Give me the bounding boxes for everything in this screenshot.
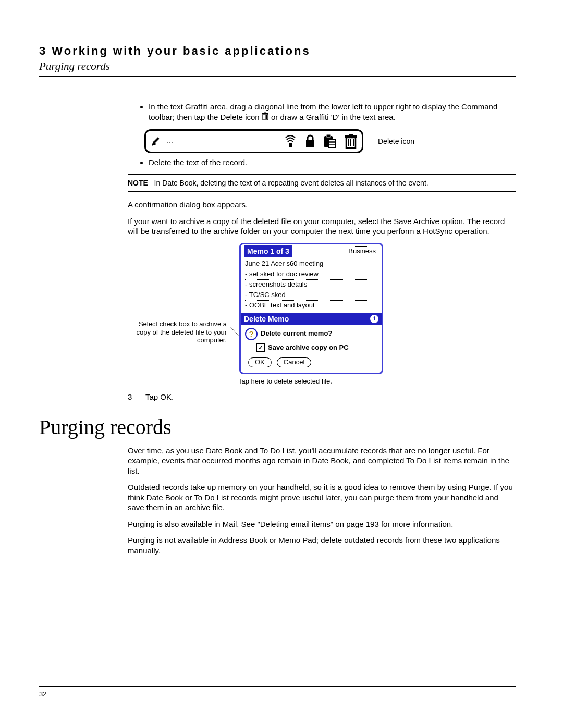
question-icon: ? xyxy=(245,328,258,340)
memo-line: - set sked for doc review xyxy=(245,269,377,280)
svg-rect-20 xyxy=(349,134,353,135)
svg-rect-6 xyxy=(153,137,159,143)
memo-screenshot: Memo 1 of 3 Business June 21 Acer s60 me… xyxy=(239,243,383,374)
page-header: 3 Working with your basic applications P… xyxy=(39,44,516,77)
svg-rect-5 xyxy=(264,113,266,114)
bullet-text-post: or draw a Graffiti 'D' in the text area. xyxy=(271,113,396,121)
page-footer: 32 xyxy=(39,686,516,698)
cancel-button[interactable]: Cancel xyxy=(277,357,311,367)
svg-rect-11 xyxy=(328,139,336,147)
paragraph: Outdated records take up memory on your … xyxy=(128,482,516,513)
info-icon: i xyxy=(370,315,378,323)
svg-rect-19 xyxy=(345,135,357,138)
toolbar-callout: Delete icon xyxy=(363,137,414,146)
section-body: Over time, as you use Date Book and To D… xyxy=(128,446,516,556)
toolbar-dots: … xyxy=(166,135,175,146)
trash-icon xyxy=(262,112,269,123)
step-text: Tap OK. xyxy=(145,392,174,402)
memo-line: June 21 Acer s60 meeting xyxy=(245,259,377,269)
page: 3 Working with your basic applications P… xyxy=(0,0,563,728)
svg-rect-8 xyxy=(306,140,314,147)
dialog-titlebar: Delete Memo i xyxy=(241,313,382,325)
delete-icon xyxy=(344,133,358,149)
archive-checkbox-label: Save archive copy on PC xyxy=(268,343,349,352)
leader-line-icon xyxy=(230,243,239,357)
command-toolbar-figure: … xyxy=(144,129,516,153)
memo-title: Memo 1 of 3 xyxy=(244,245,292,257)
bullet-item: Delete the text of the record. xyxy=(149,157,516,168)
paragraph: Purging is also available in Mail. See "… xyxy=(128,519,516,529)
note-label: NOTE xyxy=(128,179,148,187)
bullet-item: In the text Graffiti area, drag a diagon… xyxy=(149,102,516,123)
bullet-list-2: Delete the text of the record. xyxy=(128,157,516,168)
dialog-question: Delete current memo? xyxy=(261,329,332,338)
step-number: 3 xyxy=(128,392,136,402)
memo-figure: Select check box to archive a copy of th… xyxy=(128,243,516,374)
note-block: NOTE In Date Book, deleting the text of … xyxy=(128,174,516,192)
bullet-list: In the text Graffiti area, drag a diagon… xyxy=(128,102,516,123)
page-number: 32 xyxy=(39,690,516,698)
svg-rect-4 xyxy=(262,113,268,114)
archive-checkbox[interactable]: ✓ xyxy=(256,343,265,352)
svg-rect-7 xyxy=(289,143,292,147)
dialog-body: ? Delete current memo? ✓ Save archive co… xyxy=(241,325,382,373)
ok-button[interactable]: OK xyxy=(248,357,272,367)
memo-line: - OOBE text and layout xyxy=(245,301,377,311)
chapter-subtitle: Purging records xyxy=(39,60,516,73)
pen-icon xyxy=(150,135,163,147)
beam-icon xyxy=(284,133,297,149)
lock-icon xyxy=(304,134,316,149)
dialog-title: Delete Memo xyxy=(244,314,289,324)
note-text: In Date Book, deleting the text of a rep… xyxy=(154,179,429,187)
paragraph: If your want to archive a copy of the de… xyxy=(128,216,516,237)
paragraph: A confirmation dialog box appears. xyxy=(128,200,516,210)
step-row: 3 Tap OK. xyxy=(128,392,516,402)
memo-category: Business xyxy=(346,246,378,256)
section-heading: Purging records xyxy=(39,415,516,439)
memo-body: June 21 Acer s60 meeting - set sked for … xyxy=(241,258,382,313)
memo-line: - TC/SC sked xyxy=(245,290,377,301)
chapter-title: 3 Working with your basic applications xyxy=(39,44,516,58)
paste-icon xyxy=(323,134,337,149)
memo-line: - screenshots details xyxy=(245,280,377,290)
command-toolbar: … xyxy=(144,129,363,153)
paragraph: Purging is not available in Address Book… xyxy=(128,535,516,556)
svg-rect-10 xyxy=(326,134,331,137)
figure-annotation-below: Tap here to delete selected file. xyxy=(238,377,516,386)
paragraph: Over time, as you use Date Book and To D… xyxy=(128,446,516,476)
svg-line-21 xyxy=(230,326,239,337)
body-content: In the text Graffiti area, drag a diagon… xyxy=(128,102,516,402)
toolbar-callout-label: Delete icon xyxy=(378,137,414,146)
memo-titlebar: Memo 1 of 3 Business xyxy=(241,244,382,258)
figure-annotation-left: Select check box to archive a copy of th… xyxy=(128,320,230,344)
